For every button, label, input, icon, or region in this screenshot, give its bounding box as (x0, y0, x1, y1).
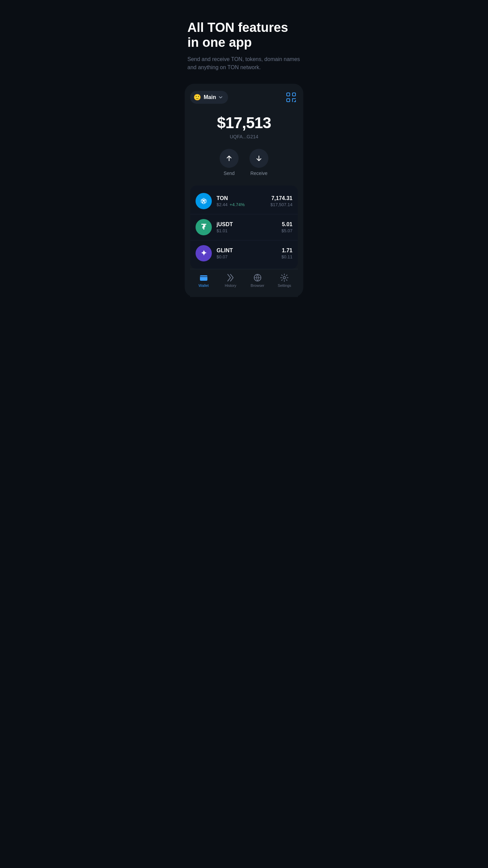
glint-logo-symbol: ✦ (201, 249, 207, 258)
chevron-down-icon (219, 95, 223, 99)
svg-rect-1 (292, 93, 296, 96)
token-logo-jusdt: ₮ (196, 219, 212, 235)
token-logo-ton (196, 193, 212, 209)
wallet-selector[interactable]: 🙂 Main (190, 91, 228, 104)
token-item-glint[interactable]: ✦ GLINT $0.07 1.71 $0.11 (190, 240, 298, 266)
token-amount-jusdt: 5.01 (281, 221, 292, 228)
balance-amount: $17,513 (190, 114, 298, 132)
token-balance-glint: 1.71 $0.11 (281, 248, 292, 259)
token-price-row-jusdt: $1.01 (217, 228, 277, 233)
token-price-ton: $2.44 (217, 202, 228, 207)
top-bar: 🙂 Main (190, 91, 298, 104)
settings-nav-icon (280, 273, 289, 282)
token-info-jusdt: jUSDT $1.01 (217, 221, 277, 233)
browser-nav-icon (253, 273, 262, 282)
token-value-ton: $17,507.14 (270, 202, 292, 207)
token-name-glint: GLINT (217, 248, 277, 254)
wallet-name: Main (204, 94, 216, 100)
wallet-nav-icon (199, 273, 208, 282)
send-label: Send (224, 171, 235, 176)
token-name-jusdt: jUSDT (217, 221, 277, 228)
scan-icon (286, 92, 297, 103)
phone-card: 🙂 Main $17,513 UQF (185, 84, 303, 297)
token-balance-jusdt: 5.01 $5.07 (281, 221, 292, 233)
wallet-emoji: 🙂 (194, 94, 201, 101)
hero-title: All TON features in one app (187, 20, 301, 50)
token-value-jusdt: $5.07 (281, 228, 292, 233)
token-amount-ton: 7,174.31 (270, 195, 292, 201)
token-price-row-glint: $0.07 (217, 254, 277, 259)
token-name-ton: TON (217, 195, 266, 201)
arrow-down-icon (255, 155, 263, 162)
jusdt-logo-symbol: ₮ (201, 223, 206, 232)
svg-rect-8 (205, 278, 207, 279)
token-price-jusdt: $1.01 (217, 228, 228, 233)
token-price-row-ton: $2.44 +4.74% (217, 202, 266, 207)
token-logo-glint: ✦ (196, 245, 212, 261)
hero-subtitle: Send and receive TON, tokens, domain nam… (187, 55, 301, 72)
send-button[interactable]: Send (220, 149, 239, 176)
svg-rect-2 (287, 99, 290, 102)
svg-point-11 (283, 277, 286, 279)
wallet-address: UQFA...G214 (190, 134, 298, 139)
nav-item-browser[interactable]: Browser (244, 273, 271, 288)
receive-button[interactable]: Receive (249, 149, 268, 176)
token-item-jusdt[interactable]: ₮ jUSDT $1.01 5.01 $5.07 (190, 214, 298, 240)
arrow-up-icon (225, 155, 233, 162)
token-price-change-ton: +4.74% (230, 202, 245, 207)
ton-logo-svg (199, 196, 208, 206)
token-balance-ton: 7,174.31 $17,507.14 (270, 195, 292, 207)
token-list: TON $2.44 +4.74% 7,174.31 $17,507.14 ₮ (190, 185, 298, 269)
action-buttons: Send Receive (190, 149, 298, 176)
token-info-ton: TON $2.44 +4.74% (217, 195, 266, 207)
token-info-glint: GLINT $0.07 (217, 248, 277, 259)
balance-section: $17,513 UQFA...G214 (190, 114, 298, 139)
token-item-ton[interactable]: TON $2.44 +4.74% 7,174.31 $17,507.14 (190, 188, 298, 214)
hero-section: All TON features in one app Send and rec… (178, 0, 310, 80)
receive-button-circle (249, 149, 268, 168)
token-amount-glint: 1.71 (281, 248, 292, 254)
history-nav-label: History (225, 283, 236, 288)
nav-item-settings[interactable]: Settings (271, 273, 298, 288)
token-value-glint: $0.11 (281, 254, 292, 259)
wallet-nav-label: Wallet (199, 283, 209, 288)
svg-rect-0 (287, 93, 290, 96)
settings-nav-label: Settings (278, 283, 291, 288)
scan-button[interactable] (284, 91, 298, 104)
page-wrapper: All TON features in one app Send and rec… (178, 0, 310, 297)
history-nav-icon (226, 273, 235, 282)
send-button-circle (220, 149, 239, 168)
browser-nav-label: Browser (251, 283, 264, 288)
nav-item-wallet[interactable]: Wallet (190, 273, 217, 288)
token-price-glint: $0.07 (217, 254, 228, 259)
bottom-nav: Wallet History (190, 269, 298, 297)
nav-item-history[interactable]: History (217, 273, 244, 288)
receive-label: Receive (250, 171, 268, 176)
